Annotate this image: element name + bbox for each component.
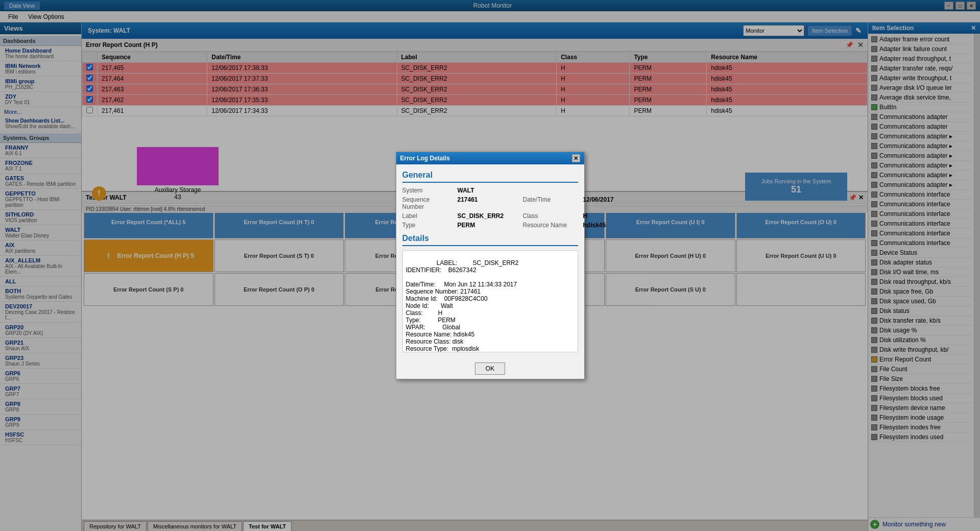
general-fields: SystemWALT Sequence Number217461Date/Tim…	[402, 187, 578, 229]
dialog-close-button[interactable]: ✕	[572, 154, 580, 162]
dialog-title: Error Log Details	[400, 155, 450, 162]
details-container: LABEL: SC_DISK_ERR2 IDENTIFIER: B6267342…	[402, 250, 578, 352]
dialog-overlay: Error Log Details ✕ General SystemWALT S…	[0, 0, 980, 531]
error-log-dialog: Error Log Details ✕ General SystemWALT S…	[396, 152, 585, 379]
ok-button[interactable]: OK	[475, 363, 505, 375]
details-text[interactable]: LABEL: SC_DISK_ERR2 IDENTIFIER: B6267342…	[402, 250, 578, 352]
dialog-body: General SystemWALT Sequence Number217461…	[396, 164, 584, 358]
general-heading: General	[402, 171, 578, 183]
dialog-title-bar: Error Log Details ✕	[396, 152, 584, 164]
dialog-footer: OK	[396, 358, 584, 379]
details-heading: Details	[402, 234, 578, 246]
